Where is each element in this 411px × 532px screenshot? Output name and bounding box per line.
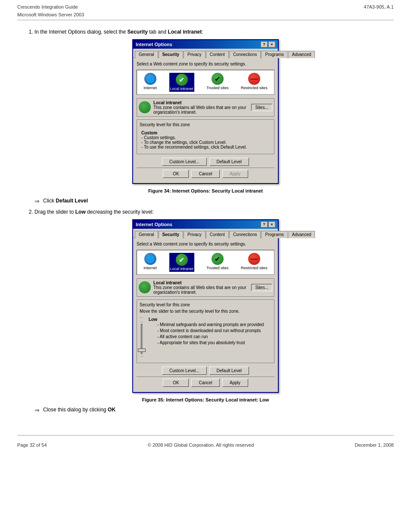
zone-local-intranet-1[interactable]: ✔ Local intranet	[169, 73, 194, 92]
dialog1-security-level-label: Security level for this zone	[140, 122, 271, 127]
dialog2-custom-level-button[interactable]: Custom Level...	[162, 367, 206, 375]
zone-restricted-label-2: Restricted sites	[241, 266, 268, 270]
dialog2-close-button[interactable]: ×	[268, 221, 275, 227]
arrow-symbol-2: ⇒	[34, 407, 40, 414]
slider-handle-2[interactable]	[138, 348, 146, 352]
page-subheader: Microsoft Windows Server 2003	[0, 12, 411, 20]
dialog2-titlebar: Internet Options ? ×	[133, 220, 278, 229]
dialog1-apply-button[interactable]: Apply	[222, 170, 248, 178]
tab-connections-2[interactable]: Connections	[229, 231, 261, 238]
header-doc-number: 47A3-905, A.1	[364, 4, 394, 9]
dialog2-level-buttons: Custom Level... Default Level	[137, 367, 274, 375]
dialog2-local-title: Local intranet	[153, 280, 182, 285]
tab-content-1[interactable]: Content	[206, 51, 229, 58]
tab-programs-2[interactable]: Programs	[261, 231, 287, 238]
dialog1-custom-desc: - Custom settings. - To change the setti…	[141, 135, 247, 149]
dialog2-security-level-label: Security level for this zone	[140, 302, 271, 307]
local-icon-1: ✔	[176, 74, 188, 86]
dialog1-body: Select a Web content zone to specify its…	[133, 58, 278, 183]
globe-icon-2: 🌐	[144, 253, 156, 265]
tab-connections-1[interactable]: Connections	[229, 51, 261, 58]
tab-programs-1[interactable]: Programs	[261, 51, 287, 58]
local-icon-2: ✔	[176, 254, 188, 266]
tab-general-2[interactable]: General	[135, 231, 158, 238]
dialog2-local-text: Local intranet This zone contains all We…	[153, 280, 249, 295]
internet-options-dialog-2[interactable]: Internet Options ? × General Security Pr…	[132, 219, 279, 393]
figure1-caption-text: Figure 34: Internet Options: Security Lo…	[148, 188, 263, 193]
zone-local-label-1: Local intranet	[170, 87, 193, 91]
dialog1-title: Internet Options	[136, 42, 172, 47]
restricted-icon-2: —	[248, 253, 260, 265]
bullet-4: Appropriate for sites that you absolutel…	[157, 340, 270, 346]
dialog1-default-level-button[interactable]: Default Level	[209, 158, 249, 166]
tab-security-1[interactable]: Security	[159, 51, 183, 58]
dialog2-sites-button[interactable]: Sites...	[251, 284, 272, 291]
zone-internet-1[interactable]: 🌐 Internet	[143, 73, 157, 92]
dialog1-local-title: Local intranet	[153, 100, 182, 105]
slider-container[interactable]: — — —	[140, 315, 143, 358]
zone-internet-2[interactable]: 🌐 Internet	[143, 253, 157, 272]
dialog1-help-button[interactable]: ?	[261, 41, 268, 47]
dialog2-security-level-content: Low Minimal safeguards and warning promp…	[147, 315, 271, 348]
dialog2-security-level-section: Security level for this zone Move the sl…	[137, 299, 274, 363]
tab-general-1[interactable]: General	[135, 51, 158, 58]
dialog1-local-text: Local intranet This zone contains all We…	[153, 100, 249, 115]
tab-privacy-1[interactable]: Privacy	[184, 51, 206, 58]
tab-advanced-1[interactable]: Advanced	[288, 51, 315, 58]
slider-track-2[interactable]	[141, 324, 143, 354]
dialog2-slider-desc: Move the slider to set the security leve…	[140, 309, 271, 314]
dialog2-wrapper: Internet Options ? × General Security Pr…	[132, 219, 279, 393]
dialog2-slider-area[interactable]: — — — Low Minimal safeguards and warning…	[140, 315, 271, 358]
dialog1-local-intranet-section: Local intranet This zone contains all We…	[137, 98, 274, 117]
step2-text: Drag the slider to Low decreasing the se…	[34, 209, 154, 215]
tab-privacy-2[interactable]: Privacy	[184, 231, 206, 238]
dialog1-wrapper: Internet Options ? × General Security Pr…	[132, 39, 279, 184]
dialog2-help-button[interactable]: ?	[261, 221, 268, 227]
main-content: In the Internet Options dialog, select t…	[0, 29, 411, 426]
zone-local-intranet-2[interactable]: ✔ Local intranet	[169, 253, 194, 272]
trusted-icon-2: ✔	[212, 253, 224, 265]
trusted-icon-1: ✔	[212, 73, 224, 85]
zone-local-label-2: Local intranet	[170, 267, 193, 271]
dialog1-ok-button[interactable]: OK	[163, 170, 189, 178]
header-subtitle: Microsoft Windows Server 2003	[17, 12, 84, 17]
zone-trusted-label-2: Trusted sites	[206, 266, 228, 270]
dialog2-zone-icons: 🌐 Internet ✔ Local intranet ✔ Trusted si…	[137, 250, 274, 275]
dialog2-default-level-button[interactable]: Default Level	[209, 367, 249, 375]
zone-trusted-2[interactable]: ✔ Trusted sites	[206, 253, 228, 272]
page-header: Crescendo Integration Guide 47A3-905, A.…	[0, 0, 411, 12]
dialog2-tabs: General Security Privacy Content Connect…	[133, 229, 278, 238]
footer-copyright: © 2008 HID Global Corporation. All right…	[148, 442, 254, 448]
dialog1-security-level-section: Security level for this zone Custom - Cu…	[137, 119, 274, 154]
figure2-caption: Figure 35: Internet Options: Security Lo…	[26, 397, 385, 402]
figure2-caption-text: Figure 35: Internet Options: Security Lo…	[142, 397, 269, 402]
zone-trusted-1[interactable]: ✔ Trusted sites	[206, 73, 228, 92]
bullet-3: All active content can run	[157, 334, 270, 340]
dialog2-local-desc: This zone contains all Web sites that ar…	[153, 285, 246, 295]
dialog1-close-button[interactable]: ×	[268, 41, 275, 47]
dialog1-cancel-button[interactable]: Cancel	[191, 170, 219, 178]
dialog1-security-level-content: Custom - Custom settings. - To change th…	[140, 129, 271, 151]
bullet-1: Minimal safeguards and warning prompts a…	[157, 322, 270, 328]
tab-security-2[interactable]: Security	[159, 231, 183, 238]
dialog2-local-intranet-section: Local intranet This zone contains all We…	[137, 278, 274, 297]
step1-text: In the Internet Options dialog, select t…	[34, 29, 203, 35]
dialog1-custom-level-button[interactable]: Custom Level...	[162, 158, 206, 166]
zone-restricted-2[interactable]: — Restricted sites	[241, 253, 268, 272]
tab-content-2[interactable]: Content	[206, 231, 229, 238]
dialog2-ok-button[interactable]: OK	[163, 379, 189, 387]
internet-options-dialog-1[interactable]: Internet Options ? × General Security Pr…	[132, 39, 279, 184]
dialog2-apply-button[interactable]: Apply	[222, 379, 248, 387]
dialog2-cancel-button[interactable]: Cancel	[191, 379, 219, 387]
dialog2-zone-desc: Select a Web content zone to specify its…	[137, 242, 274, 246]
dialog1-titlebar: Internet Options ? ×	[133, 40, 278, 49]
dialog1-sites-button[interactable]: Sites...	[251, 104, 272, 111]
zone-restricted-1[interactable]: — Restricted sites	[241, 73, 268, 92]
tab-advanced-2[interactable]: Advanced	[288, 231, 315, 238]
arrow-symbol-1: ⇒	[34, 198, 40, 205]
footer-date: December 1, 2008	[355, 442, 394, 448]
step-2: Drag the slider to Low decreasing the se…	[34, 209, 385, 215]
zone-restricted-label-1: Restricted sites	[241, 86, 268, 90]
globe-icon-1: 🌐	[144, 73, 156, 85]
dialog2-security-level-title: Low	[149, 317, 157, 322]
